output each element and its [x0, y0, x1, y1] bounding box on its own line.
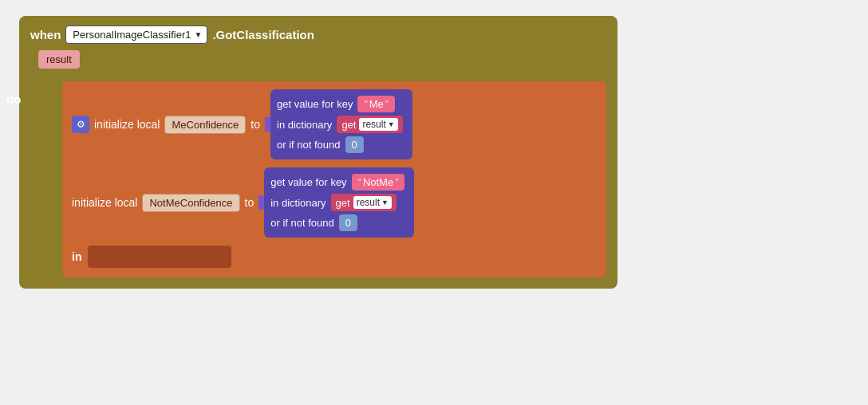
or-found-row-1: or if not found 0	[277, 136, 403, 153]
key-badge-2[interactable]: " NotMe "	[352, 174, 405, 191]
get-result-block-1[interactable]: get result ▼	[337, 116, 402, 133]
do-label: do	[6, 92, 21, 106]
var-badge-1[interactable]: MeConfidence	[164, 116, 246, 134]
init-text-2: initialize local	[72, 196, 137, 209]
do-block: ⚙ initialize local MeConfidence to get v…	[62, 81, 606, 277]
get-value-text-1: get value for key	[277, 98, 353, 110]
purple-block-group-1: get value for key " Me " in dictionary	[265, 89, 412, 159]
result-dropdown-1[interactable]: result ▼	[359, 118, 397, 131]
get-value-row-2: get value for key " NotMe "	[270, 174, 404, 191]
get-value-row-1: get value for key " Me "	[277, 96, 403, 112]
component-dropdown[interactable]: PersonalImageClassifier1 ▼	[65, 26, 207, 44]
in-dict-text-1: in dictionary	[277, 119, 332, 131]
event-label: .GotClassification	[212, 28, 314, 41]
to-text-1: to	[251, 118, 260, 131]
purple-block-group-2: get value for key " NotMe " in dictionar…	[258, 167, 414, 238]
result-dropdown-2[interactable]: result ▼	[353, 196, 392, 209]
or-found-text-2: or if not found	[270, 217, 334, 229]
get-value-text-2: get value for key	[270, 176, 346, 188]
init-row-2: initialize local NotMeConfidence to get …	[72, 167, 597, 238]
when-label: when	[30, 28, 61, 41]
result-text-1: result	[362, 119, 385, 130]
result-dd-arrow-icon-1: ▼	[388, 120, 395, 128]
var-badge-2[interactable]: NotMeConfidence	[142, 194, 239, 212]
init-row-1: ⚙ initialize local MeConfidence to get v…	[72, 89, 597, 159]
result-text-2: result	[357, 197, 380, 208]
get-result-block-2[interactable]: get result ▼	[331, 194, 397, 211]
to-text-2: to	[245, 196, 254, 209]
key-value-1: Me	[369, 98, 384, 110]
result-dd-arrow-icon-2: ▼	[381, 199, 389, 206]
gear-icon: ⚙	[72, 116, 89, 133]
workspace: when PersonalImageClassifier1 ▼ .GotClas…	[19, 16, 849, 399]
in-row: in	[72, 246, 597, 268]
when-row: when PersonalImageClassifier1 ▼ .GotClas…	[30, 26, 606, 44]
component-name: PersonalImageClassifier1	[73, 29, 191, 41]
key-badge-1[interactable]: " Me "	[357, 96, 395, 112]
param-badge: result	[38, 50, 80, 69]
key-value-2: NotMe	[363, 176, 393, 188]
outer-block: when PersonalImageClassifier1 ▼ .GotClas…	[19, 16, 617, 289]
purple-block-1: get value for key " Me " in dictionary	[270, 89, 412, 159]
or-found-row-2: or if not found 0	[270, 214, 404, 231]
or-found-text-1: or if not found	[277, 139, 341, 151]
in-dict-text-2: in dictionary	[270, 197, 326, 209]
init-text-1: initialize local	[94, 118, 160, 131]
default-val-1[interactable]: 0	[345, 136, 364, 153]
in-dict-row-1: in dictionary get result ▼	[277, 116, 403, 133]
in-dict-row-2: in dictionary get result ▼	[270, 194, 404, 211]
in-slot[interactable]	[88, 246, 231, 268]
purple-block-2: get value for key " NotMe " in dictionar…	[264, 167, 414, 238]
dropdown-arrow-icon: ▼	[194, 30, 202, 39]
get-text-1: get	[341, 119, 356, 131]
get-text-2: get	[336, 197, 350, 209]
default-val-2[interactable]: 0	[339, 214, 357, 231]
in-label: in	[72, 250, 81, 263]
